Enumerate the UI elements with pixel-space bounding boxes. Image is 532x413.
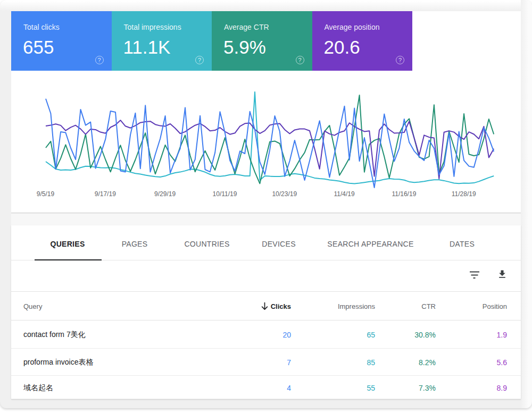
svg-text:9/5/19: 9/5/19 [37,190,55,198]
svg-text:11/28/19: 11/28/19 [452,190,476,198]
svg-text:11/16/19: 11/16/19 [392,190,416,198]
svg-text:9/29/19: 9/29/19 [154,190,176,198]
svg-text:10/11/19: 10/11/19 [213,190,237,198]
svg-text:10/23/19: 10/23/19 [272,190,297,198]
svg-text:9/17/19: 9/17/19 [95,190,116,198]
svg-text:11/4/19: 11/4/19 [334,190,355,198]
